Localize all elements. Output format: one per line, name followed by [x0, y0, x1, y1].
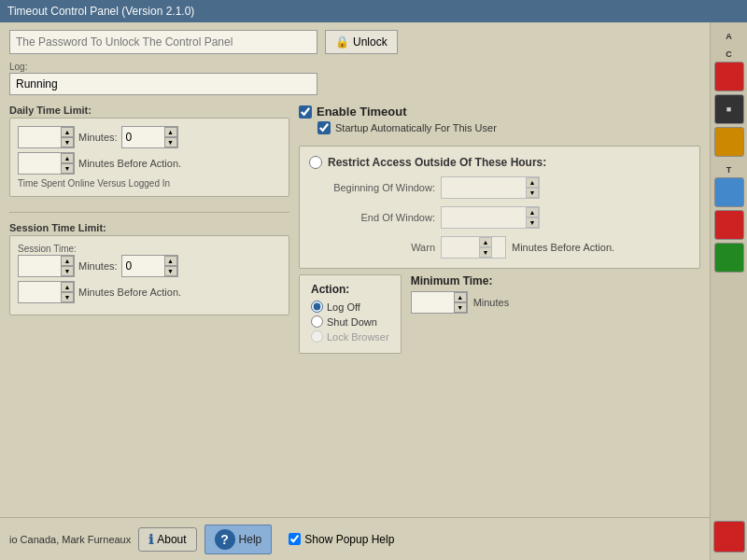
daily-warn-up[interactable]: ▲ — [61, 153, 74, 163]
session-warn-spinner-buttons[interactable]: ▲ ▼ — [61, 282, 74, 302]
daily-minutes-spinner[interactable]: 0 ▲ ▼ — [121, 126, 178, 148]
divider-1 — [9, 212, 289, 213]
sidebar-button-dark1[interactable]: ■ — [714, 94, 744, 124]
enable-timeout-checkbox[interactable] — [299, 105, 312, 119]
lock-browser-label: Lock Browser — [327, 331, 389, 343]
shutdown-label: Shut Down — [327, 316, 377, 328]
warn-spinner[interactable]: 5 ▲ ▼ — [441, 236, 506, 259]
end-label: End Of Window: — [328, 212, 435, 223]
end-down[interactable]: ▼ — [526, 217, 539, 228]
daily-time-limit-section: Daily Time Limit: ▲ ▼ Min — [9, 105, 289, 197]
unlock-label: Unlock — [353, 35, 388, 49]
beginning-spinner[interactable]: 8:00:00 ▲ ▼ — [441, 176, 540, 199]
session-minutes-spinner-buttons[interactable]: ▲ ▼ — [164, 256, 177, 276]
end-spinner-buttons[interactable]: ▲ ▼ — [526, 207, 539, 228]
session-warn-up[interactable]: ▲ — [61, 282, 74, 292]
session-minutes-down[interactable]: ▼ — [164, 266, 177, 276]
startup-auto-checkbox[interactable] — [317, 121, 331, 134]
beginning-down[interactable]: ▼ — [526, 188, 539, 198]
daily-hours-down[interactable]: ▼ — [61, 137, 74, 147]
mintime-minutes-label: Minutes — [473, 297, 510, 308]
end-input[interactable]: 22:00:00 — [442, 207, 526, 228]
daily-warn-spinner[interactable]: ▲ ▼ — [18, 152, 75, 175]
lock-browser-radio — [311, 330, 323, 343]
shutdown-radio[interactable] — [311, 315, 323, 328]
session-minutes-label: Minutes: — [78, 260, 118, 272]
title-bar: Timeout Control Panel (Version 2.1.0) — [0, 0, 747, 22]
enable-timeout-row[interactable]: Enable Timeout — [299, 105, 700, 119]
daily-minutes-down[interactable]: ▼ — [164, 137, 177, 147]
warn-input[interactable]: 5 — [442, 237, 479, 258]
warn-spinner-buttons[interactable]: ▲ ▼ — [479, 237, 492, 258]
session-warn-down[interactable]: ▼ — [61, 292, 74, 302]
status-value: Running — [16, 77, 58, 91]
beginning-label: Beginning Of Window: — [328, 182, 435, 193]
session-time-label: Session Time: — [18, 244, 281, 254]
session-warn-label: Minutes Before Action. — [78, 287, 181, 298]
daily-hours-row: ▲ ▼ Minutes: 0 ▲ ▼ — [18, 126, 281, 148]
sidebar-button-orange1[interactable] — [714, 127, 744, 157]
session-warn-input[interactable] — [19, 283, 61, 301]
beginning-up[interactable]: ▲ — [526, 177, 539, 188]
controls-area: Daily Time Limit: ▲ ▼ Min — [9, 105, 700, 510]
session-warn-spinner[interactable]: ▲ ▼ — [18, 281, 75, 303]
unlock-button[interactable]: 🔒 Unlock — [325, 30, 398, 54]
session-hours-spinner[interactable]: ▲ ▼ — [18, 255, 75, 277]
lock-browser-row[interactable]: Lock Browser — [311, 330, 389, 343]
about-button[interactable]: ℹ About — [138, 527, 196, 552]
daily-warn-down[interactable]: ▼ — [61, 163, 74, 174]
show-popup-row[interactable]: Show Popup Help — [289, 533, 394, 546]
daily-time-limit-header: Daily Time Limit: — [9, 105, 289, 116]
sidebar-button-bottom[interactable] — [713, 521, 745, 553]
restrict-header[interactable]: Restrict Access Outside Of These Hours: — [309, 156, 690, 169]
daily-hours-up[interactable]: ▲ — [61, 127, 74, 137]
right-sidebar: A C ■ T — [710, 22, 747, 560]
password-input[interactable] — [9, 30, 317, 54]
log-off-radio[interactable] — [311, 301, 323, 313]
shutdown-row[interactable]: Shut Down — [311, 315, 389, 328]
daily-warn-spinner-buttons[interactable]: ▲ ▼ — [61, 153, 74, 174]
sidebar-button-green1[interactable] — [714, 243, 744, 273]
about-label: About — [157, 533, 186, 546]
beginning-spinner-buttons[interactable]: ▲ ▼ — [526, 177, 539, 198]
action-header: Action: — [311, 283, 389, 296]
mintime-up[interactable]: ▲ — [454, 292, 467, 302]
log-off-row[interactable]: Log Off — [311, 301, 389, 313]
minimum-time-box: Minimum Time: 15 ▲ ▼ Minutes — [411, 274, 510, 314]
daily-hours-spinner[interactable]: ▲ ▼ — [18, 126, 75, 148]
end-up[interactable]: ▲ — [526, 207, 539, 217]
session-hours-row: ▲ ▼ Minutes: 0 ▲ ▼ — [18, 255, 281, 277]
beginning-input[interactable]: 8:00:00 — [442, 177, 526, 198]
daily-warn-input[interactable] — [19, 154, 61, 173]
main-area: 🔒 Unlock Log: Running Daily Time Limit: — [0, 22, 747, 560]
session-time-limit-box: Session Time: ▲ ▼ Minutes: — [9, 235, 289, 315]
end-spinner[interactable]: 22:00:00 ▲ ▼ — [441, 206, 540, 229]
daily-minutes-input[interactable]: 0 — [122, 128, 164, 147]
warn-down[interactable]: ▼ — [479, 247, 492, 258]
help-button[interactable]: ? Help — [204, 525, 273, 554]
daily-hours-spinner-buttons[interactable]: ▲ ▼ — [61, 127, 74, 147]
session-hours-input[interactable] — [19, 257, 61, 275]
session-hours-down[interactable]: ▼ — [61, 266, 74, 276]
mintime-input[interactable]: 15 — [412, 293, 454, 312]
session-minutes-spinner[interactable]: 0 ▲ ▼ — [121, 255, 178, 277]
daily-hours-input[interactable] — [19, 128, 61, 147]
startup-auto-row[interactable]: Startup Automatically For This User — [299, 121, 700, 134]
daily-minutes-up[interactable]: ▲ — [164, 127, 177, 137]
log-label: Log: — [9, 62, 700, 72]
sidebar-button-blue1[interactable] — [714, 177, 744, 207]
sidebar-button-red2[interactable] — [714, 210, 744, 240]
mintime-down[interactable]: ▼ — [454, 302, 467, 313]
show-popup-checkbox[interactable] — [289, 533, 301, 545]
mintime-spinner[interactable]: 15 ▲ ▼ — [411, 291, 468, 314]
daily-minutes-spinner-buttons[interactable]: ▲ ▼ — [164, 127, 177, 147]
info-icon: ℹ — [148, 532, 153, 547]
mintime-spinner-buttons[interactable]: ▲ ▼ — [454, 292, 467, 313]
session-minutes-input[interactable]: 0 — [122, 257, 164, 275]
restrict-access-radio[interactable] — [309, 156, 322, 169]
session-minutes-up[interactable]: ▲ — [164, 256, 177, 266]
session-hours-spinner-buttons[interactable]: ▲ ▼ — [61, 256, 74, 276]
sidebar-button-red1[interactable] — [714, 62, 744, 91]
session-hours-up[interactable]: ▲ — [61, 256, 74, 266]
warn-up[interactable]: ▲ — [479, 237, 492, 247]
